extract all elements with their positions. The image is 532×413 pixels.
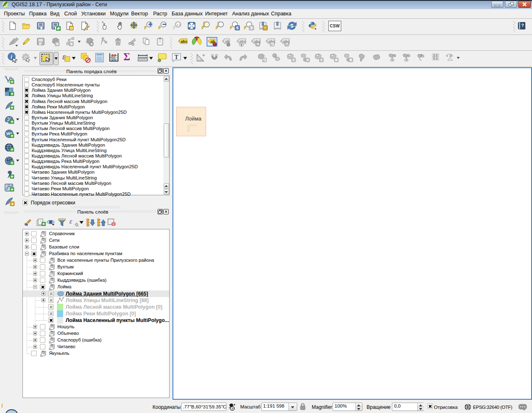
svg-text:ab: ab bbox=[225, 39, 229, 44]
svg-text:abc: abc bbox=[181, 39, 187, 44]
svg-text:T: T bbox=[175, 54, 179, 60]
svg-text:abc: abc bbox=[239, 39, 246, 44]
svg-text:i: i bbox=[11, 54, 12, 60]
svg-text:ε: ε bbox=[62, 52, 66, 61]
